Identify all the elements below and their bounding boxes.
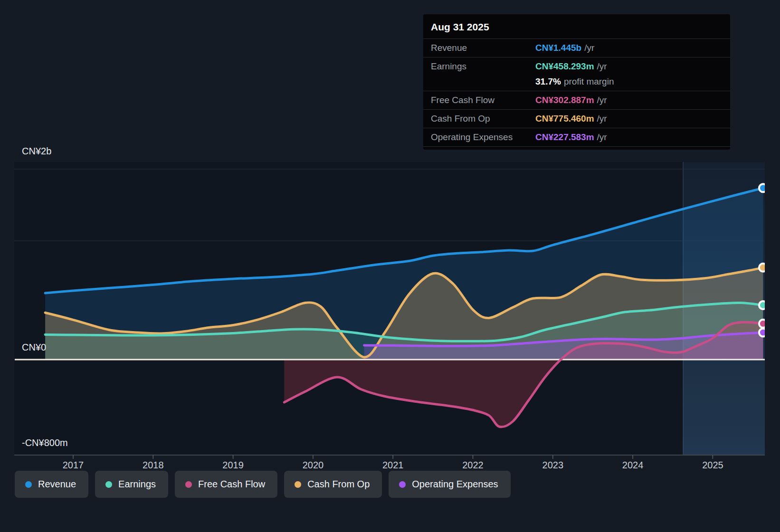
tooltip-unit: /yr (597, 95, 607, 105)
profit-margin-label: profit margin (564, 76, 614, 86)
earnings-dot-icon (105, 481, 112, 488)
right-margin-cover (765, 0, 780, 468)
revenue-dot-icon (25, 481, 32, 488)
y-axis-label-neg800m: -CN¥800m (22, 437, 68, 448)
tooltip-date: Aug 31 2025 (423, 14, 730, 39)
x-axis-label-2018: 2018 (143, 460, 164, 471)
tooltip-unit: /yr (597, 114, 607, 124)
legend-label: Earnings (118, 479, 156, 490)
legend-label: Revenue (38, 479, 76, 490)
legend-item-fcf[interactable]: Free Cash Flow (175, 471, 277, 498)
tooltip-value: CN¥458.293m (535, 61, 594, 71)
legend-label: Cash From Op (307, 479, 370, 490)
tooltip-label: Revenue (431, 42, 535, 54)
legend-item-revenue[interactable]: Revenue (15, 471, 88, 498)
x-axis-label-2024: 2024 (622, 460, 644, 471)
cash-from-op-dot-icon (295, 481, 301, 488)
tooltip-row-cashop: Cash From Op CN¥775.460m/yr (423, 110, 730, 128)
tooltip-row-revenue: Revenue CN¥1.445b/yr (423, 39, 730, 57)
free-cash-flow-dot-icon (185, 481, 192, 488)
y-axis-label-zero: CN¥0 (22, 342, 46, 352)
tooltip-label: Earnings (431, 61, 535, 72)
tooltip-value: CN¥1.445b (535, 43, 581, 53)
x-axis-label-2017: 2017 (63, 460, 84, 471)
chart-legend: Revenue Earnings Free Cash Flow Cash Fro… (15, 471, 511, 498)
tooltip-unit: /yr (597, 61, 607, 71)
tooltip-label: Operating Expenses (431, 132, 535, 143)
x-axis-label-2021: 2021 (382, 460, 404, 471)
x-axis-label-2023: 2023 (542, 460, 564, 471)
x-axis-label-2025: 2025 (702, 460, 723, 471)
tooltip-label: Cash From Op (431, 113, 535, 124)
profit-margin-line: 31.7%profit margin (535, 76, 614, 87)
tooltip-value: CN¥775.460m (535, 114, 594, 124)
tooltip-row-earnings: Earnings CN¥458.293m/yr 31.7%profit marg… (423, 57, 730, 91)
x-axis-label-2020: 2020 (303, 460, 324, 471)
legend-label: Operating Expenses (412, 479, 498, 490)
y-axis-label-2b: CN¥2b (22, 146, 51, 156)
legend-label: Free Cash Flow (198, 479, 265, 490)
operating-expenses-dot-icon (399, 481, 406, 488)
tooltip-value: CN¥227.583m (535, 132, 594, 142)
chart-tooltip: Aug 31 2025 Revenue CN¥1.445b/yr Earning… (423, 14, 730, 150)
profit-margin-value: 31.7% (535, 76, 561, 86)
x-axis-label-2019: 2019 (222, 460, 244, 471)
x-axis-ticks (73, 455, 713, 459)
legend-item-opex[interactable]: Operating Expenses (389, 471, 510, 498)
tooltip-unit: /yr (597, 132, 607, 142)
tooltip-label: Free Cash Flow (431, 95, 535, 106)
legend-item-cashop[interactable]: Cash From Op (284, 471, 382, 498)
legend-item-earnings[interactable]: Earnings (95, 471, 168, 498)
tooltip-value: CN¥302.887m (535, 95, 594, 105)
x-axis-label-2022: 2022 (462, 460, 484, 471)
tooltip-row-fcf: Free Cash Flow CN¥302.887m/yr (423, 91, 730, 110)
tooltip-row-opex: Operating Expenses CN¥227.583m/yr (423, 128, 730, 147)
tooltip-unit: /yr (584, 43, 594, 53)
earnings-revenue-history-chart: CN¥2b CN¥0 -CN¥800m 20172018201920202021… (0, 0, 780, 532)
